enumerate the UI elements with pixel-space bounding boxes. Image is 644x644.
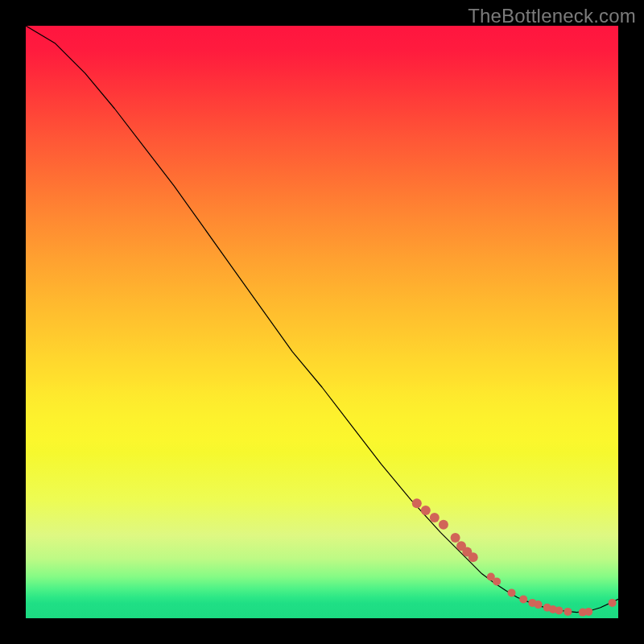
data-marker xyxy=(451,533,460,543)
data-marker xyxy=(508,588,516,597)
data-marker xyxy=(564,608,572,616)
data-marker xyxy=(456,541,466,551)
data-marker xyxy=(555,606,563,614)
data-marker xyxy=(421,506,431,515)
data-marker xyxy=(462,547,472,557)
data-marker xyxy=(609,599,617,607)
marker-group xyxy=(412,498,617,616)
plot-area xyxy=(26,26,618,618)
data-marker xyxy=(430,513,440,522)
data-marker xyxy=(543,604,551,612)
watermark-text: TheBottleneck.com xyxy=(468,5,636,27)
data-marker xyxy=(412,498,422,508)
data-marker xyxy=(439,520,448,530)
data-marker xyxy=(549,605,557,613)
data-marker xyxy=(528,599,536,607)
data-marker xyxy=(535,601,543,609)
data-marker xyxy=(487,573,495,581)
data-marker xyxy=(584,608,592,616)
curve-line xyxy=(26,26,618,613)
chart-svg xyxy=(26,26,618,618)
data-marker xyxy=(493,577,501,585)
chart-stage: TheBottleneck.com xyxy=(0,0,644,644)
data-marker xyxy=(579,609,587,617)
data-marker xyxy=(519,595,527,603)
data-marker xyxy=(469,552,478,562)
